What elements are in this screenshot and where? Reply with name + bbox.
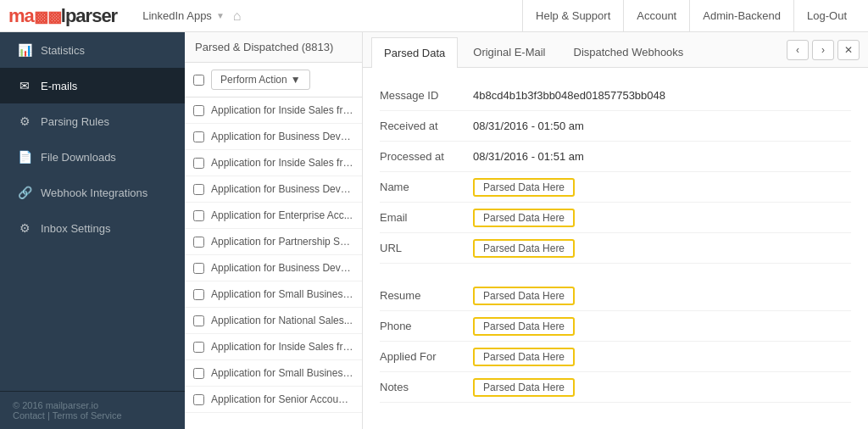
list-item[interactable]: Application for Inside Sales fro... bbox=[185, 334, 362, 360]
logo-red: ma bbox=[8, 5, 34, 26]
next-button[interactable]: › bbox=[812, 40, 834, 60]
close-button[interactable]: ✕ bbox=[837, 40, 860, 60]
app-selector[interactable]: LinkedIn Apps ▼ bbox=[142, 9, 225, 22]
email-text-2: Application for Inside Sales fro... bbox=[211, 157, 353, 169]
top-nav: ma▩▩lparser LinkedIn Apps ▼ ⌂ Help & Sup… bbox=[0, 0, 868, 32]
account-link[interactable]: Account bbox=[623, 0, 689, 32]
sidebar-item-label-statistics: Statistics bbox=[41, 44, 85, 57]
field-value: Parsed Data Here bbox=[473, 289, 575, 302]
inbox-settings-icon: ⚙ bbox=[17, 221, 32, 235]
logout-link[interactable]: Log-Out bbox=[793, 0, 860, 32]
logo-bars: ▩▩ bbox=[34, 8, 61, 25]
item-checkbox-8[interactable] bbox=[193, 315, 204, 326]
home-button[interactable]: ⌂ bbox=[233, 8, 242, 24]
statistics-icon: 📊 bbox=[17, 43, 32, 57]
list-item[interactable]: Application for Enterprise Acc... bbox=[185, 203, 362, 229]
sidebar: 📊 Statistics ✉ E-mails ⚙ Parsing Rules 📄… bbox=[0, 32, 185, 429]
email-text-3: Application for Business Deve... bbox=[211, 183, 353, 195]
field-label: Received at bbox=[380, 120, 473, 132]
list-item[interactable]: Application for Small Business... bbox=[185, 281, 362, 308]
item-checkbox-10[interactable] bbox=[193, 368, 204, 379]
field-label: Applied For bbox=[380, 350, 473, 363]
field-row: Processed at08/31/2016 - 01:51 am bbox=[380, 142, 851, 172]
select-all-checkbox[interactable] bbox=[193, 75, 204, 86]
perform-action-label: Perform Action bbox=[220, 74, 287, 86]
list-item[interactable]: Application for Inside Sales fro... bbox=[185, 98, 362, 124]
tab-dispatched-webhooks[interactable]: Dispatched Webhooks bbox=[561, 36, 697, 67]
app-selector-label: LinkedIn Apps bbox=[142, 9, 212, 22]
email-text-8: Application for National Sales... bbox=[211, 315, 353, 326]
email-text-5: Application for Partnership Sa... bbox=[211, 236, 353, 248]
main-layout: 📊 Statistics ✉ E-mails ⚙ Parsing Rules 📄… bbox=[0, 32, 868, 429]
sidebar-item-emails[interactable]: ✉ E-mails bbox=[0, 68, 185, 103]
list-item[interactable]: Application for Business Deve... bbox=[185, 176, 362, 203]
field-label: Processed at bbox=[380, 150, 473, 163]
item-checkbox-5[interactable] bbox=[193, 237, 204, 248]
email-text-0: Application for Inside Sales fro... bbox=[211, 104, 353, 116]
list-item[interactable]: Application for Senior Account... bbox=[185, 387, 362, 413]
field-row: Message ID4b8cd4b1b3f3bb048ed01857753bb0… bbox=[380, 81, 851, 111]
sidebar-item-inbox-settings[interactable]: ⚙ Inbox Settings bbox=[0, 210, 185, 246]
parsed-data-badge: Parsed Data Here bbox=[473, 317, 575, 336]
email-text-7: Application for Small Business... bbox=[211, 288, 353, 300]
field-value: Parsed Data Here bbox=[473, 181, 575, 193]
admin-backend-link[interactable]: Admin-Backend bbox=[689, 0, 793, 32]
file-downloads-icon: 📄 bbox=[17, 150, 32, 164]
email-text-9: Application for Inside Sales fro... bbox=[211, 341, 353, 353]
parsed-data-badge: Parsed Data Here bbox=[473, 209, 575, 227]
field-label: Message ID bbox=[380, 89, 473, 102]
webhook-icon: 🔗 bbox=[17, 186, 32, 199]
perform-action-button[interactable]: Perform Action ▼ bbox=[211, 70, 310, 90]
email-text-6: Application for Business Deve... bbox=[211, 262, 353, 274]
logo-dark: lparser bbox=[61, 5, 117, 26]
parsing-rules-icon: ⚙ bbox=[17, 114, 32, 128]
list-item[interactable]: Application for Small Business... bbox=[185, 360, 362, 387]
list-item[interactable]: Application for Inside Sales fro... bbox=[185, 150, 362, 176]
field-value: 08/31/2016 - 01:50 am bbox=[473, 120, 584, 132]
sidebar-item-webhook-integrations[interactable]: 🔗 Webhook Integrations bbox=[0, 175, 185, 210]
field-value: Parsed Data Here bbox=[473, 350, 575, 363]
footer-links[interactable]: Contact | Terms of Service bbox=[13, 410, 172, 421]
item-checkbox-3[interactable] bbox=[193, 184, 204, 195]
footer-copyright: © 2016 mailparser.io bbox=[13, 400, 172, 410]
logo: ma▩▩lparser bbox=[8, 5, 117, 27]
email-text-4: Application for Enterprise Acc... bbox=[211, 209, 353, 221]
tab-original-email[interactable]: Original E-Mail bbox=[460, 36, 558, 67]
sidebar-item-file-downloads[interactable]: 📄 File Downloads bbox=[0, 139, 185, 175]
sidebar-item-label-inbox-settings: Inbox Settings bbox=[41, 222, 110, 235]
field-row: Received at08/31/2016 - 01:50 am bbox=[380, 111, 851, 142]
field-row: URLParsed Data Here bbox=[380, 233, 851, 264]
emails-icon: ✉ bbox=[17, 79, 32, 92]
nav-center: LinkedIn Apps ▼ ⌂ bbox=[142, 8, 522, 24]
field-value: 4b8cd4b1b3f3bb048ed01857753bb048 bbox=[473, 89, 665, 102]
sidebar-item-parsing-rules[interactable]: ⚙ Parsing Rules bbox=[0, 103, 185, 139]
item-checkbox-2[interactable] bbox=[193, 158, 204, 169]
field-value: 08/31/2016 - 01:51 am bbox=[473, 150, 584, 163]
item-checkbox-4[interactable] bbox=[193, 210, 204, 221]
item-checkbox-11[interactable] bbox=[193, 394, 204, 405]
prev-button[interactable]: ‹ bbox=[787, 40, 809, 60]
parsed-data-badge: Parsed Data Here bbox=[473, 287, 575, 305]
item-checkbox-1[interactable] bbox=[193, 131, 204, 142]
tab-parsed-data[interactable]: Parsed Data bbox=[371, 37, 458, 68]
field-value: Parsed Data Here bbox=[473, 211, 575, 224]
parsed-data-badge: Parsed Data Here bbox=[473, 378, 575, 397]
item-checkbox-6[interactable] bbox=[193, 263, 204, 274]
email-list-items: Application for Inside Sales fro...Appli… bbox=[185, 98, 362, 429]
list-item[interactable]: Application for Business Deve... bbox=[185, 255, 362, 281]
email-text-10: Application for Small Business... bbox=[211, 367, 353, 379]
tab-nav-buttons: ‹ › ✕ bbox=[787, 40, 860, 60]
sidebar-item-statistics[interactable]: 📊 Statistics bbox=[0, 32, 185, 68]
perform-action-arrow-icon: ▼ bbox=[291, 74, 301, 86]
list-item[interactable]: Application for Business Deve... bbox=[185, 124, 362, 150]
spacer-row bbox=[380, 264, 851, 281]
help-support-link[interactable]: Help & Support bbox=[522, 0, 623, 32]
item-checkbox-7[interactable] bbox=[193, 289, 204, 300]
list-item[interactable]: Application for Partnership Sa... bbox=[185, 229, 362, 255]
field-row: NotesParsed Data Here bbox=[380, 372, 851, 403]
list-item[interactable]: Application for National Sales... bbox=[185, 308, 362, 334]
item-checkbox-0[interactable] bbox=[193, 105, 204, 116]
field-row: NameParsed Data Here bbox=[380, 172, 851, 203]
item-checkbox-9[interactable] bbox=[193, 342, 204, 353]
field-label: Resume bbox=[380, 289, 473, 302]
